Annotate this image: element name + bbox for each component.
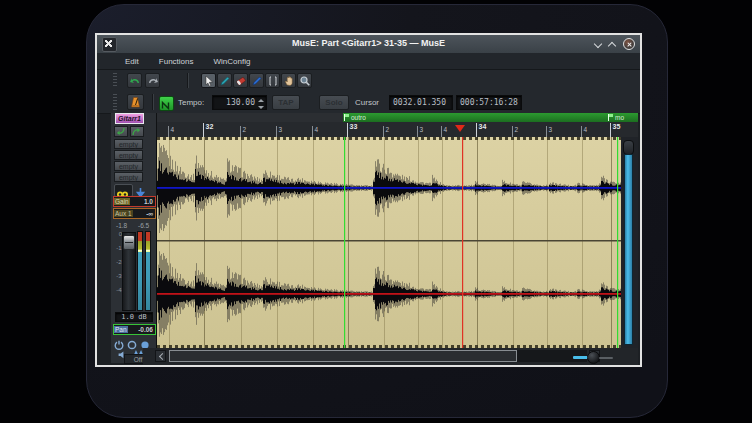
record-button[interactable] [127, 336, 138, 346]
close-icon[interactable] [623, 38, 635, 50]
part-list-item[interactable]: empty [114, 139, 143, 149]
cursor-time-field[interactable]: 000:57:16:28 [456, 95, 522, 110]
tempo-label: Tempo: [178, 98, 204, 107]
tempo-spinbox[interactable]: 130.00 [212, 95, 267, 110]
marker-flag-icon[interactable] [608, 114, 609, 121]
playhead-marker-icon[interactable] [455, 125, 465, 137]
tempo-master-button[interactable] [159, 96, 174, 111]
redo-icon [147, 75, 159, 87]
ruler-beat-tick: 4 [168, 126, 174, 137]
redo-button[interactable] [145, 73, 160, 88]
maximize-icon[interactable] [608, 40, 616, 48]
menu-bar: Edit Functions WinConfig [97, 53, 640, 70]
wave-canvas[interactable] [157, 137, 622, 348]
next-part-button[interactable] [130, 126, 144, 137]
fader-knob[interactable] [123, 235, 135, 250]
part-name-tab[interactable]: Gitarr1 [115, 113, 144, 124]
part-list-item[interactable]: empty [114, 150, 143, 160]
peak-db-left: -1.8 [116, 222, 127, 229]
scroll-left-icon[interactable] [155, 350, 166, 362]
ruler-beat-tick: 4 [581, 126, 587, 137]
volume-db-value: 1.0 dB [121, 313, 146, 321]
ruler-bar-tick: 33 [347, 123, 357, 137]
part-list-label: empty [119, 152, 138, 159]
title-bar[interactable]: MusE: Part <Gitarr1> 31-35 — MusE [97, 35, 640, 54]
marker-label: outro [351, 114, 366, 121]
gain-label: Gain [114, 198, 130, 205]
menu-winconfig[interactable]: WinConfig [213, 57, 250, 66]
pan-control[interactable]: Pan -0.06 [113, 324, 156, 335]
next-part-arrow-icon [132, 127, 142, 136]
ruler-beat-tick: 3 [417, 126, 423, 137]
spinbox-arrows-icon[interactable] [257, 98, 264, 110]
automation-mode-value: Off [134, 356, 143, 363]
volume-fader[interactable] [122, 232, 136, 311]
ruler-beat-tick: 4 [312, 126, 318, 137]
power-button[interactable] [114, 336, 125, 346]
ruler-beat-tick: 3 [276, 126, 282, 137]
horizontal-scroll-row [143, 348, 638, 365]
metronome-button[interactable] [127, 94, 144, 110]
prev-part-button[interactable] [114, 126, 128, 137]
line-draw-tool-button[interactable] [249, 73, 264, 88]
tap-label: TAP [278, 98, 293, 107]
pan-tool-button[interactable] [281, 73, 296, 88]
toolbar-drag-handle[interactable] [113, 94, 117, 110]
vscroll-track[interactable] [624, 154, 633, 345]
transport-toolbar: Tempo: 130.00 TAP Solo Cursor 0032.01.35… [97, 91, 640, 114]
pencil-tool-button[interactable] [217, 73, 232, 88]
menu-functions[interactable]: Functions [159, 57, 194, 66]
ruler[interactable]: 432234332343423435 [143, 122, 638, 138]
cursor-label: Cursor [355, 98, 379, 107]
part-list-item[interactable]: empty [114, 172, 143, 182]
cursor-bbt-value: 0032.01.350 [393, 98, 446, 107]
aux-send-control[interactable]: Aux 1 -∞ [113, 208, 156, 219]
window-title: MusE: Part <Gitarr1> 31-35 — MusE [97, 38, 640, 48]
range-tool-icon [267, 75, 279, 87]
aux-label: Aux 1 [114, 210, 133, 217]
gain-control[interactable]: Gain 1.0 [113, 196, 156, 207]
metronome-icon [129, 96, 142, 109]
pencil-tool-icon [219, 75, 231, 87]
marker-flag-icon[interactable] [344, 114, 345, 121]
menu-edit[interactable]: Edit [125, 57, 139, 66]
peak-db-right: -6.5 [138, 222, 149, 229]
part-list-item[interactable]: empty [114, 161, 143, 171]
zoom-slider-track[interactable] [573, 356, 588, 359]
cursor-bbt-field[interactable]: 0032.01.350 [389, 95, 453, 110]
pointer-tool-icon [203, 75, 215, 87]
ruler-bar-tick: 32 [203, 123, 213, 137]
hscroll-thumb[interactable] [169, 350, 517, 362]
ruler-beat-tick: 2 [240, 126, 246, 137]
ruler-bar-tick: 34 [476, 123, 486, 137]
route-down-button[interactable] [135, 184, 147, 195]
wave-canvas-area[interactable] [156, 137, 622, 348]
vertical-scrollbar[interactable] [621, 137, 638, 348]
solo-dot-button[interactable] [140, 336, 151, 346]
vscroll-knob[interactable] [623, 140, 634, 155]
pan-value: -0.06 [138, 326, 155, 333]
volume-db-display: 1.0 dB [115, 312, 153, 322]
eraser-tool-button[interactable] [233, 73, 248, 88]
zoom-tool-button[interactable] [297, 73, 312, 88]
desktop: MusE: Part <Gitarr1> 31-35 — MusE Edit F… [0, 0, 752, 423]
ruler-beat-tick: 4 [441, 126, 447, 137]
range-tool-button[interactable] [265, 73, 280, 88]
part-name: Gitarr1 [118, 115, 141, 122]
minimize-icon[interactable] [594, 40, 602, 48]
marker-label: mo [615, 114, 624, 121]
part-list-label: empty [119, 163, 138, 170]
undo-icon [129, 75, 141, 87]
tools-toolbar [97, 70, 640, 92]
toolbar-separator [152, 94, 153, 110]
pan-hand-icon [283, 75, 295, 87]
undo-button[interactable] [127, 73, 142, 88]
toolbar-drag-handle[interactable] [113, 73, 117, 88]
tap-button[interactable]: TAP [272, 95, 300, 110]
pointer-tool-button[interactable] [201, 73, 216, 88]
wave-editor-window: MusE: Part <Gitarr1> 31-35 — MusE Edit F… [95, 33, 642, 367]
ruler-beat-tick: 3 [546, 126, 552, 137]
solo-button[interactable]: Solo [319, 95, 349, 110]
solo-label: Solo [325, 98, 342, 107]
tempo-value: 130.00 [226, 98, 255, 107]
